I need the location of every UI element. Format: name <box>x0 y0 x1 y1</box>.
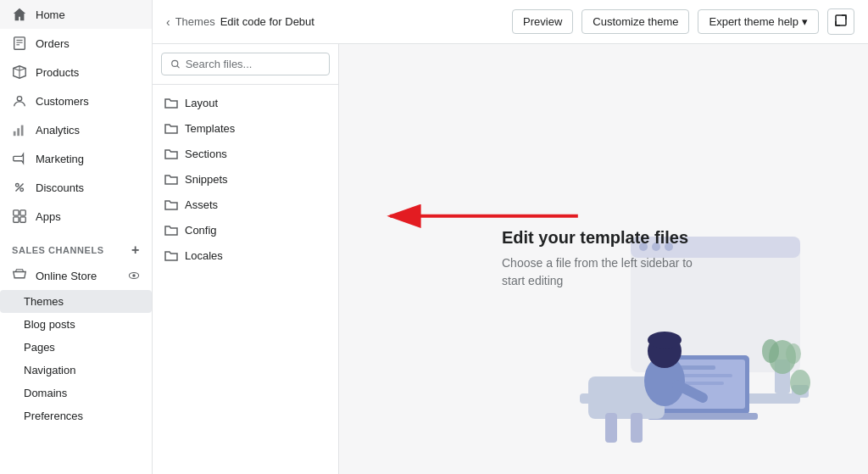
eye-icon <box>128 270 140 282</box>
svg-point-43 <box>786 343 801 364</box>
breadcrumb-chevron-icon: ‹ <box>166 15 170 29</box>
customers-icon <box>12 93 27 109</box>
empty-state-title: Edit your template files <box>502 228 688 248</box>
folder-icon <box>164 96 178 109</box>
file-panel: Layout Templates Sections Snippets Asset… <box>153 44 339 474</box>
svg-point-9 <box>16 184 19 187</box>
svg-point-17 <box>132 274 136 277</box>
topbar: ‹ Themes Edit code for Debut Preview Cus… <box>153 0 868 44</box>
file-item-assets[interactable]: Assets <box>153 192 338 217</box>
home-icon <box>12 7 27 22</box>
breadcrumb: ‹ Themes Edit code for Debut <box>166 15 314 29</box>
sidebar-sub-domains[interactable]: Domains <box>0 382 152 404</box>
file-list: Layout Templates Sections Snippets Asset… <box>153 85 338 273</box>
file-item-config[interactable]: Config <box>153 217 338 243</box>
search-icon <box>170 59 181 70</box>
content-area: Layout Templates Sections Snippets Asset… <box>153 44 868 474</box>
sidebar-nav-home[interactable]: Home <box>0 0 152 29</box>
products-icon <box>12 64 27 80</box>
svg-rect-5 <box>14 131 16 136</box>
empty-state-description: Choose a file from the left sidebar to s… <box>502 254 705 290</box>
svg-point-19 <box>172 60 178 66</box>
sidebar-nav-products[interactable]: Products <box>0 58 152 86</box>
sidebar-nav-orders[interactable]: Orders <box>0 29 152 58</box>
sidebar-nav-marketing[interactable]: Marketing <box>0 144 152 173</box>
svg-rect-12 <box>14 210 19 215</box>
folder-icon <box>164 223 178 237</box>
sidebar-nav-discounts[interactable]: Discounts <box>0 173 152 202</box>
svg-rect-14 <box>14 217 19 222</box>
folder-icon <box>164 198 178 211</box>
sidebar-nav-customers[interactable]: Customers <box>0 86 152 115</box>
folder-icon <box>164 172 178 186</box>
breadcrumb-themes-link[interactable]: Themes <box>175 15 215 28</box>
svg-point-42 <box>762 339 779 363</box>
online-store-icon <box>12 268 27 283</box>
sidebar-sub-pages[interactable]: Pages <box>0 336 152 359</box>
preview-button[interactable]: Preview <box>512 9 573 34</box>
svg-rect-35 <box>605 413 617 443</box>
marketing-icon <box>12 151 27 166</box>
sales-channels-label: SALES CHANNELS + <box>0 231 152 261</box>
svg-line-20 <box>177 66 180 69</box>
file-item-locales[interactable]: Locales <box>153 243 338 268</box>
file-item-layout[interactable]: Layout <box>153 90 338 115</box>
topbar-actions: Preview Customize theme Expert theme hel… <box>512 8 854 35</box>
svg-point-45 <box>790 370 810 395</box>
svg-rect-6 <box>17 128 19 136</box>
file-item-snippets[interactable]: Snippets <box>153 166 338 192</box>
svg-point-10 <box>20 188 24 192</box>
svg-rect-13 <box>20 210 25 215</box>
left-sidebar: Home Orders Products Customers Analytics… <box>0 0 153 474</box>
search-input[interactable] <box>186 58 320 70</box>
chevron-down-icon: ▾ <box>802 15 808 28</box>
svg-line-11 <box>16 184 24 192</box>
svg-point-4 <box>17 97 21 101</box>
svg-rect-18 <box>836 15 846 25</box>
orders-icon <box>12 36 27 51</box>
sidebar-sub-themes[interactable]: Themes <box>0 290 152 313</box>
svg-rect-0 <box>14 37 25 49</box>
sidebar-sub-navigation[interactable]: Navigation <box>0 359 152 382</box>
search-wrapper <box>153 44 338 85</box>
folder-icon <box>164 121 178 135</box>
expand-icon-button[interactable] <box>827 8 854 35</box>
svg-rect-36 <box>631 413 643 443</box>
file-item-templates[interactable]: Templates <box>153 115 338 141</box>
apps-icon <box>12 209 27 224</box>
main-area: ‹ Themes Edit code for Debut Preview Cus… <box>153 0 868 474</box>
analytics-icon <box>12 122 27 137</box>
sidebar-sub-blog-posts[interactable]: Blog posts <box>0 313 152 336</box>
folder-icon <box>164 147 178 160</box>
sidebar-sub-preferences[interactable]: Preferences <box>0 404 152 427</box>
expert-help-button[interactable]: Expert theme help ▾ <box>698 9 819 34</box>
discounts-icon <box>12 180 27 195</box>
search-input-wrap[interactable] <box>161 53 330 75</box>
file-item-sections[interactable]: Sections <box>153 141 338 166</box>
editor-area: Edit your template files Choose a file f… <box>339 44 868 474</box>
add-sales-channel-icon[interactable]: + <box>131 243 140 258</box>
sidebar-nav-apps[interactable]: Apps <box>0 202 152 231</box>
folder-icon <box>164 248 178 262</box>
customize-theme-button[interactable]: Customize theme <box>581 9 689 34</box>
empty-state: Edit your template files Choose a file f… <box>468 194 739 324</box>
svg-rect-7 <box>21 125 24 137</box>
sidebar-nav-analytics[interactable]: Analytics <box>0 115 152 144</box>
page-title: Edit code for Debut <box>220 15 314 28</box>
sidebar-nav-online-store[interactable]: Online Store <box>0 261 152 290</box>
svg-point-39 <box>648 332 682 349</box>
expand-icon <box>835 14 847 26</box>
svg-rect-15 <box>20 217 25 222</box>
